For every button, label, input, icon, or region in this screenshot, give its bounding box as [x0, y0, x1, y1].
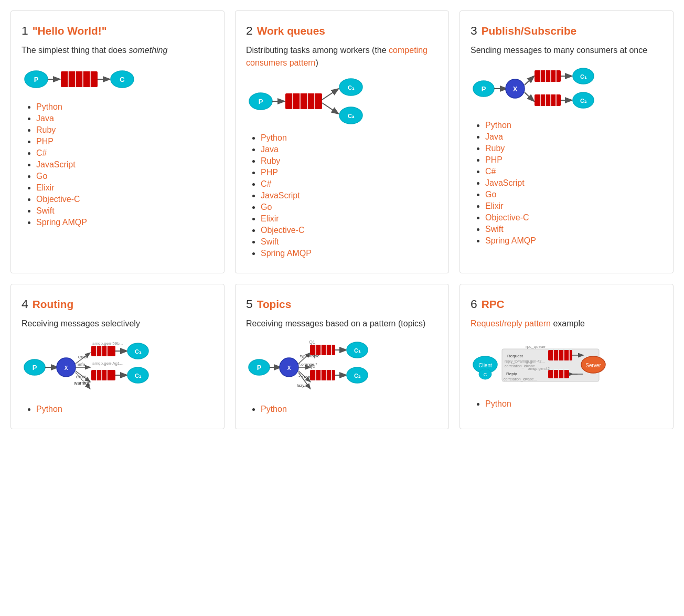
lang-elixir-2[interactable]: Elixir — [261, 214, 279, 223]
card-1-title-link[interactable]: "Hello World!" — [33, 25, 107, 37]
lang-python-2[interactable]: Python — [261, 133, 287, 142]
lang-swift-2[interactable]: Swift — [261, 237, 279, 246]
lang-python-3[interactable]: Python — [485, 121, 511, 130]
lang-objectivec-3[interactable]: Objective-C — [485, 213, 529, 222]
card-3: 3 Publish/Subscribe Sending messages to … — [459, 10, 674, 273]
svg-rect-35 — [535, 70, 561, 82]
card-5: 5 Topics Receiving messages based on a p… — [235, 284, 449, 429]
lang-objectivec-1[interactable]: Objective-C — [36, 195, 80, 204]
card-3-desc: Sending messages to many consumers at on… — [471, 44, 662, 57]
lang-java-1[interactable]: Java — [36, 114, 54, 123]
svg-text:C₁: C₁ — [354, 347, 361, 354]
svg-text:X: X — [287, 365, 291, 371]
lang-elixir-1[interactable]: Elixir — [36, 183, 55, 192]
card-4-number: 4 — [22, 297, 28, 311]
svg-text:Server: Server — [585, 363, 601, 368]
lang-ruby-1[interactable]: Ruby — [36, 125, 56, 134]
lang-php-3[interactable]: PHP — [485, 155, 503, 164]
card-3-diagram: P X — [471, 65, 662, 112]
card-6-title-link[interactable]: RPC — [482, 298, 505, 310]
card-4-title-link[interactable]: Routing — [33, 298, 74, 310]
card-4-languages: Python — [22, 405, 213, 414]
card-1-title: "Hello World!" — [33, 25, 107, 37]
svg-text:info: info — [78, 362, 86, 367]
svg-text:Reply: Reply — [506, 371, 517, 376]
card-6-desc: Request/reply pattern example — [471, 317, 662, 330]
svg-text:C₁: C₁ — [580, 73, 587, 80]
card-2-number: 2 — [246, 24, 253, 38]
card-6: 6 RPC Request/reply pattern example — [459, 284, 674, 429]
svg-rect-3 — [61, 71, 98, 87]
card-1-number: 1 — [22, 24, 28, 38]
lang-python-4[interactable]: Python — [36, 405, 62, 413]
card-2-title-link[interactable]: Work queues — [257, 25, 325, 37]
card-3-title-link[interactable]: Publish/Subscribe — [482, 25, 576, 37]
svg-line-21 — [322, 89, 338, 100]
svg-line-22 — [322, 103, 338, 113]
card-5-diagram: P X Q1 type=topic *.orange.* *.*.rabbit … — [246, 338, 438, 396]
svg-rect-124 — [548, 350, 572, 360]
lang-swift-1[interactable]: Swift — [36, 206, 55, 215]
card-2-title: Work queues — [257, 25, 325, 37]
card-2-diagram: P C₁ C₂ — [246, 78, 438, 125]
svg-text:P: P — [257, 364, 262, 371]
card-6-title: RPC — [482, 298, 505, 311]
svg-text:C₁: C₁ — [135, 348, 142, 355]
lang-elixir-3[interactable]: Elixir — [485, 201, 504, 210]
lang-csharp-1[interactable]: C# — [36, 148, 47, 157]
lang-php-2[interactable]: PHP — [261, 168, 278, 177]
lang-go-1[interactable]: Go — [36, 172, 47, 180]
lang-go-3[interactable]: Go — [485, 190, 496, 199]
card-5-header: 5 Topics — [246, 297, 438, 311]
lang-java-3[interactable]: Java — [485, 132, 503, 141]
card-5-desc: Receiving messages based on a pattern (t… — [246, 317, 438, 330]
lang-objectivec-2[interactable]: Objective-C — [261, 226, 305, 235]
card-1: 1 "Hello World!" The simplest thing that… — [10, 10, 225, 273]
card-1-diagram: P C — [22, 65, 213, 94]
card-2-languages: Python Java Ruby PHP C# JavaScript Go El… — [246, 133, 438, 258]
svg-text:correlation_id=abc...: correlation_id=abc... — [504, 377, 537, 381]
lang-ruby-3[interactable]: Ruby — [485, 144, 505, 153]
lang-springamqp-3[interactable]: Spring AMQP — [485, 236, 536, 245]
svg-text:C: C — [484, 372, 487, 377]
svg-rect-16 — [285, 93, 322, 109]
card-4: 4 Routing Receiving messages selectively… — [10, 284, 225, 429]
competing-consumers-link[interactable]: competing consumers pattern — [246, 46, 428, 67]
svg-text:reply_to=amqp.gen-42...: reply_to=amqp.gen-42... — [505, 359, 544, 364]
card-2: 2 Work queues Distributing tasks among w… — [235, 10, 449, 273]
svg-text:Q1: Q1 — [309, 339, 315, 345]
lang-python-1[interactable]: Python — [36, 102, 62, 111]
lang-springamqp-1[interactable]: Spring AMQP — [36, 218, 87, 227]
svg-text:P: P — [482, 85, 486, 93]
svg-text:C₂: C₂ — [348, 113, 355, 119]
tutorial-grid: 1 "Hello World!" The simplest thing that… — [10, 10, 674, 429]
request-reply-link[interactable]: Request/reply pattern — [471, 319, 551, 328]
lang-swift-3[interactable]: Swift — [485, 225, 504, 233]
lang-python-6[interactable]: Python — [485, 399, 511, 408]
svg-text:Q2: Q2 — [309, 364, 315, 369]
svg-text:C₂: C₂ — [135, 373, 142, 379]
lang-javascript-2[interactable]: JavaScript — [261, 191, 300, 200]
svg-text:P: P — [34, 76, 39, 83]
svg-text:X: X — [513, 85, 518, 93]
card-5-title-link[interactable]: Topics — [257, 298, 291, 310]
lang-java-2[interactable]: Java — [261, 145, 279, 154]
lang-csharp-2[interactable]: C# — [261, 179, 271, 188]
card-4-desc: Receiving messages selectively — [22, 317, 213, 330]
lang-ruby-2[interactable]: Ruby — [261, 156, 280, 165]
card-4-diagram: P X error info error warning — [22, 338, 213, 396]
lang-csharp-3[interactable]: C# — [485, 167, 496, 176]
card-3-languages: Python Java Ruby PHP C# JavaScript Go El… — [471, 121, 662, 246]
card-6-languages: Python — [471, 399, 662, 409]
svg-rect-40 — [535, 94, 561, 106]
card-1-languages: Python Java Ruby PHP C# JavaScript Go El… — [22, 102, 213, 227]
lang-javascript-1[interactable]: JavaScript — [36, 160, 76, 169]
lang-python-5[interactable]: Python — [261, 405, 287, 413]
card-2-header: 2 Work queues — [246, 24, 438, 38]
svg-line-34 — [525, 92, 533, 101]
svg-text:error: error — [78, 354, 88, 359]
lang-go-2[interactable]: Go — [261, 203, 272, 211]
lang-javascript-3[interactable]: JavaScript — [485, 178, 525, 187]
lang-php-1[interactable]: PHP — [36, 137, 54, 146]
lang-springamqp-2[interactable]: Spring AMQP — [261, 249, 312, 258]
